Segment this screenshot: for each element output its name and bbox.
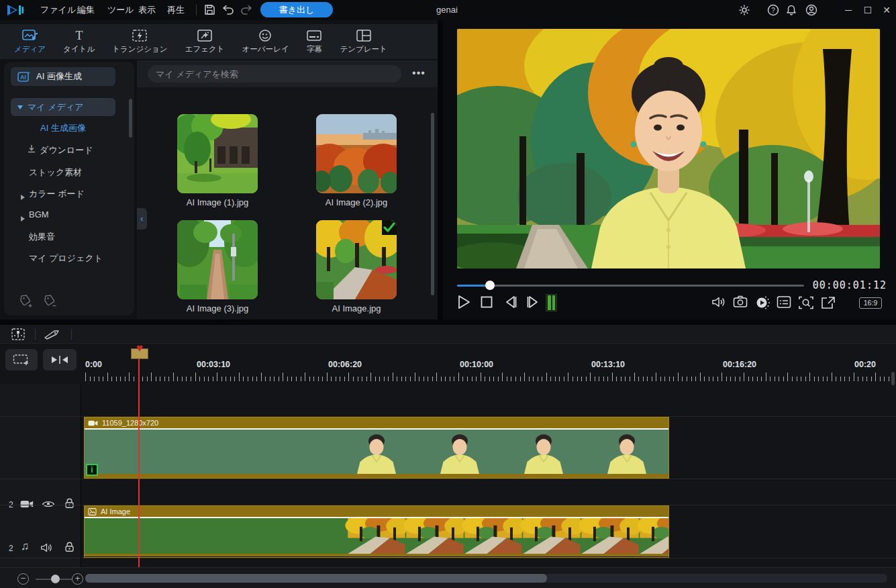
tab-template[interactable]: テンプレート: [331, 29, 395, 54]
collapse-sidebar-handle[interactable]: ‹: [137, 208, 147, 230]
maximize-button[interactable]: ☐: [858, 0, 877, 20]
svg-text:T: T: [75, 29, 83, 42]
add-track-button[interactable]: [5, 349, 38, 371]
sidebar-item-my-media[interactable]: マイ メディア: [11, 98, 115, 116]
ai-image-generate-button[interactable]: AI AI 画像生成: [11, 67, 115, 86]
timeline-tracks-area[interactable]: 11059_1280x720 i AI Image: [81, 384, 896, 567]
chevron-down-icon: [17, 105, 23, 109]
media-item-name: AI Image (2).jpg: [303, 197, 410, 207]
sidebar-scrollbar[interactable]: [129, 99, 132, 138]
timeline-toolbar: [0, 325, 896, 344]
snap-gap-button[interactable]: [43, 349, 77, 371]
help-icon[interactable]: ?: [767, 4, 779, 16]
notifications-bell-icon[interactable]: [785, 4, 797, 16]
sidebar-item-sound-effects[interactable]: 効果音: [29, 231, 55, 243]
divider: [35, 329, 36, 340]
selected-check-icon: [382, 220, 397, 235]
stop-button[interactable]: [480, 295, 496, 313]
aspect-ratio-badge[interactable]: 16:9: [859, 297, 882, 309]
menu-edit[interactable]: 編集: [77, 0, 95, 20]
next-frame-button[interactable]: [525, 295, 541, 312]
zoom-fit-icon[interactable]: [798, 295, 814, 313]
export-button[interactable]: 書き出し: [260, 2, 333, 17]
timeline-zoom-slider-thumb[interactable]: [51, 575, 60, 583]
track-visibility-eye-icon[interactable]: [42, 499, 55, 509]
audio-track-note-icon: ♫: [21, 540, 30, 553]
timeline-hscrollbar-thumb[interactable]: [85, 574, 547, 583]
razor-split-icon[interactable]: [43, 328, 60, 341]
timeline-vscrollbar[interactable]: [891, 372, 895, 385]
save-icon[interactable]: [204, 4, 215, 15]
playhead-marker-icon[interactable]: ♥: [133, 342, 146, 354]
image-clip-filmstrip: [85, 518, 668, 554]
ruler-label: 00:20: [854, 360, 876, 369]
media-library-area: ••• AI Image (1).jpg AI Image (2).jpg AI…: [137, 60, 438, 320]
search-input[interactable]: [148, 65, 401, 83]
add-tag-icon[interactable]: [19, 293, 35, 309]
timecode-display: 00:00:01:12: [813, 279, 887, 291]
menu-file[interactable]: ファイル: [40, 0, 76, 20]
media-thumbnail-2[interactable]: [316, 114, 397, 193]
tab-effect[interactable]: エフェクト: [177, 29, 234, 54]
ruler-label: 00:06:20: [328, 360, 362, 369]
play-button[interactable]: [456, 294, 472, 311]
seek-bar-thumb[interactable]: [485, 281, 495, 290]
sidebar-item-ai-images[interactable]: AI 生成画像: [40, 122, 86, 134]
clip-image-icon: [88, 508, 97, 516]
media-thumbnail-3[interactable]: [177, 220, 258, 299]
redo-icon[interactable]: [240, 5, 252, 15]
tab-media[interactable]: メディア: [5, 29, 54, 54]
video-clip-filmstrip: [85, 430, 668, 474]
ruler-label: 00:13:10: [591, 360, 625, 369]
sidebar-item-color-board[interactable]: カラー ボード: [29, 188, 85, 200]
sidebar-item-stock[interactable]: ストック素材: [29, 166, 82, 179]
more-options-icon[interactable]: •••: [408, 63, 430, 83]
library-tab-bar: メディア T タイトル トランジション エフェクト オーバーレイ 字幕 テンプレ…: [0, 24, 438, 59]
video-clip[interactable]: 11059_1280x720 i: [84, 417, 669, 479]
ruler-label: 0:00: [85, 360, 102, 369]
media-scrollbar[interactable]: [431, 113, 434, 295]
remove-tag-icon[interactable]: [43, 293, 59, 309]
detach-window-icon[interactable]: [820, 295, 836, 313]
media-thumbnail-4[interactable]: [316, 220, 397, 299]
close-button[interactable]: ✕: [877, 0, 896, 20]
tab-transition[interactable]: トランジション: [103, 29, 176, 54]
tab-title[interactable]: T タイトル: [54, 29, 103, 54]
playback-list-icon[interactable]: [777, 295, 793, 313]
track-lock-icon[interactable]: [64, 497, 74, 509]
preview-quality-icon[interactable]: [754, 295, 770, 313]
sidebar-item-download[interactable]: ダウンロード: [40, 144, 93, 156]
track-lock-icon[interactable]: [64, 541, 74, 552]
seek-bar-track[interactable]: [457, 285, 804, 287]
track-mute-speaker-icon[interactable]: [40, 542, 53, 553]
track-manager-icon[interactable]: [11, 328, 26, 341]
subtitles-icon: [306, 29, 322, 42]
snapshot-camera-icon[interactable]: [733, 295, 749, 313]
menu-view[interactable]: 表示: [138, 0, 156, 20]
chroma-info-badge[interactable]: i: [86, 464, 98, 476]
tab-label: 字幕: [307, 44, 322, 54]
previous-frame-button[interactable]: [503, 295, 519, 312]
sidebar-item-bgm[interactable]: BGM: [29, 209, 49, 219]
tab-subtitles[interactable]: 字幕: [297, 29, 331, 54]
playhead-line[interactable]: [138, 359, 140, 567]
settings-gear-icon[interactable]: [738, 4, 750, 16]
zoom-out-button[interactable]: −: [17, 573, 29, 585]
account-icon[interactable]: [805, 4, 817, 16]
menu-play[interactable]: 再生: [167, 0, 185, 20]
preview-scene: [457, 29, 880, 268]
clip-camera-icon: [88, 420, 98, 427]
sidebar-item-my-project[interactable]: マイ プロジェクト: [29, 252, 103, 264]
divider: [196, 5, 197, 15]
volume-icon[interactable]: [711, 295, 728, 313]
tab-overlay[interactable]: オーバーレイ: [233, 29, 297, 54]
ruler-ticks[interactable]: [84, 372, 893, 381]
image-clip[interactable]: AI Image: [84, 505, 669, 558]
minimize-button[interactable]: ─: [839, 0, 858, 20]
menu-tools[interactable]: ツール: [107, 0, 134, 20]
media-thumbnail-1[interactable]: [177, 114, 258, 193]
ruler-label: 00:03:10: [197, 360, 230, 369]
zoom-in-button[interactable]: +: [72, 573, 83, 585]
timeline-panel: 0:00 00:03:10 00:06:20 00:10:00 00:13:10…: [0, 325, 896, 588]
undo-icon[interactable]: [222, 5, 234, 15]
